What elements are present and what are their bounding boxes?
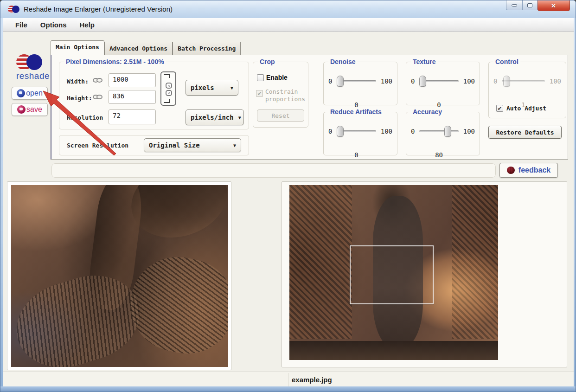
minimize-icon bbox=[512, 4, 517, 6]
chain-ring-top-icon bbox=[166, 83, 172, 89]
tab-advanced-options[interactable]: Advanced Options bbox=[104, 42, 173, 55]
reduce-artifacts-value: 0 bbox=[337, 151, 376, 159]
crop-enable-checkbox[interactable] bbox=[257, 74, 264, 81]
reduce-artifacts-min-label: 0 bbox=[328, 128, 332, 135]
open-button[interactable]: open bbox=[12, 87, 48, 100]
progress-bar bbox=[51, 163, 496, 178]
close-button[interactable]: ✕ bbox=[538, 0, 570, 11]
control-title: Control bbox=[493, 58, 520, 65]
reduce-artifacts-title: Reduce Artifacts bbox=[328, 108, 384, 116]
menu-bar: File Options Help bbox=[3, 18, 574, 32]
resolution-label: Resolution bbox=[67, 114, 103, 121]
dropdown-arrow-icon: ▼ bbox=[230, 85, 233, 90]
auto-adjust-checkbox[interactable]: ✔ bbox=[496, 105, 503, 112]
reduce-artifacts-slider-thumb[interactable] bbox=[337, 126, 344, 137]
texture-title: Texture bbox=[411, 58, 438, 65]
reshade-logo-navy-circle bbox=[26, 54, 42, 70]
screen-resolution-dropdown[interactable]: Original Size ▼ bbox=[144, 138, 241, 152]
status-bar-divider bbox=[288, 373, 288, 387]
texture-slider-thumb[interactable] bbox=[419, 76, 426, 87]
control-max-label: 100 bbox=[550, 77, 561, 85]
control-slider-thumb bbox=[503, 76, 510, 87]
denoise-title: Denoise bbox=[328, 58, 357, 65]
dropdown-arrow-icon: ▼ bbox=[233, 143, 236, 148]
status-filename: example.jpg bbox=[292, 376, 332, 384]
screen-resolution-value: Original Size bbox=[149, 141, 200, 149]
constrain-proportions-label: Constrainproportions bbox=[265, 88, 305, 103]
texture-group: Texture 0 0 100 bbox=[406, 62, 480, 105]
accuracy-title: Accuracy bbox=[411, 108, 444, 116]
menu-file[interactable]: File bbox=[10, 19, 33, 30]
accuracy-slider-track[interactable] bbox=[419, 130, 458, 132]
width-chain-link-icon bbox=[93, 78, 103, 84]
reduce-artifacts-max-label: 100 bbox=[381, 128, 392, 135]
height-input[interactable]: 836 bbox=[109, 90, 156, 104]
window-controls: ✕ bbox=[506, 0, 570, 11]
pixel-dimensions-group: Pixel Dimensions: 2.51M - 100% Width: 10… bbox=[59, 62, 249, 129]
constrain-link-widget[interactable] bbox=[160, 71, 176, 106]
save-icon bbox=[17, 105, 26, 114]
denoise-min-label: 0 bbox=[328, 77, 332, 85]
close-icon: ✕ bbox=[551, 2, 556, 9]
reshade-wordmark: reshade bbox=[15, 71, 51, 81]
denoise-slider-thumb[interactable] bbox=[337, 76, 344, 87]
crop-group: Crop Enable ✔ Constrainproportions Reset bbox=[253, 62, 308, 128]
minimize-button[interactable] bbox=[506, 0, 523, 10]
full-preview-image[interactable] bbox=[289, 185, 498, 360]
ladybug-icon bbox=[507, 167, 515, 174]
texture-value: 0 bbox=[419, 101, 458, 109]
link-bracket-bottom bbox=[164, 99, 170, 103]
dropdown-arrow-icon: ▼ bbox=[238, 115, 241, 120]
denoise-max-label: 100 bbox=[381, 77, 392, 85]
feedback-button[interactable]: feedback bbox=[499, 163, 558, 178]
width-input[interactable]: 1000 bbox=[109, 73, 156, 87]
screen-resolution-label: Screen Resolution bbox=[67, 142, 128, 149]
restore-defaults-button[interactable]: Restore Defaults bbox=[488, 126, 562, 139]
zoomed-preview-panel bbox=[7, 181, 231, 370]
texture-min-label: 0 bbox=[411, 77, 415, 85]
tab-main-options[interactable]: Main Options bbox=[51, 40, 104, 55]
accuracy-max-label: 100 bbox=[463, 128, 475, 135]
crop-enable-label: Enable bbox=[266, 74, 288, 81]
control-min-label: 0 bbox=[493, 77, 497, 85]
pixels-unit-value: pixels bbox=[191, 84, 214, 91]
height-label: Height: bbox=[67, 95, 92, 102]
denoise-group: Denoise 0 0 100 bbox=[323, 62, 397, 105]
resolution-input[interactable]: 72 bbox=[109, 109, 156, 124]
stone-fold-shape bbox=[122, 248, 228, 362]
maximize-button[interactable] bbox=[523, 0, 538, 10]
crop-reset-button[interactable]: Reset bbox=[257, 109, 304, 122]
save-button[interactable]: save bbox=[12, 103, 48, 116]
save-label: save bbox=[26, 105, 42, 114]
constrain-proportions-checkbox[interactable]: ✔ bbox=[256, 90, 263, 97]
tab-batch-processing[interactable]: Batch Processing bbox=[173, 42, 241, 55]
app-logo-icon bbox=[8, 5, 20, 14]
status-bar: example.jpg bbox=[3, 372, 574, 387]
client-area: reshade open save Main Options Advanced … bbox=[3, 32, 574, 387]
auto-adjust-label: Auto Adjust bbox=[506, 105, 546, 112]
denoise-value: 0 bbox=[337, 101, 376, 109]
pixels-unit-dropdown[interactable]: pixels ▼ bbox=[186, 80, 238, 96]
carving-ornament-left bbox=[289, 185, 352, 339]
accuracy-slider-thumb[interactable] bbox=[444, 126, 451, 137]
title-bar[interactable]: Reshade Image Enlarger (Unregistered Ver… bbox=[0, 0, 576, 18]
main-options-panel: Pixel Dimensions: 2.51M - 100% Width: 10… bbox=[51, 55, 568, 160]
open-icon bbox=[17, 89, 25, 97]
menu-options[interactable]: Options bbox=[35, 19, 72, 30]
screen-resolution-group: Screen Resolution Original Size ▼ bbox=[59, 135, 249, 155]
resolution-unit-dropdown[interactable]: pixels/inch ▼ bbox=[186, 109, 244, 125]
open-label: open bbox=[26, 89, 43, 97]
reduce-artifacts-group: Reduce Artifacts 0 0 100 bbox=[323, 112, 397, 155]
window-bottom-border bbox=[0, 386, 576, 392]
zoomed-preview-image[interactable] bbox=[11, 185, 228, 367]
link-bracket-top bbox=[164, 74, 170, 78]
carving-ornament-right bbox=[452, 185, 498, 339]
zoom-selection-rectangle[interactable] bbox=[350, 245, 434, 304]
app-window: Reshade Image Enlarger (Unregistered Ver… bbox=[0, 0, 576, 392]
full-preview-panel bbox=[282, 181, 567, 367]
resolution-unit-value: pixels/inch bbox=[191, 114, 234, 121]
accuracy-value: 80 bbox=[419, 151, 458, 159]
pixel-dimensions-title: Pixel Dimensions: 2.51M - 100% bbox=[64, 58, 166, 65]
carving-base-band bbox=[289, 341, 498, 360]
menu-help[interactable]: Help bbox=[74, 19, 101, 30]
